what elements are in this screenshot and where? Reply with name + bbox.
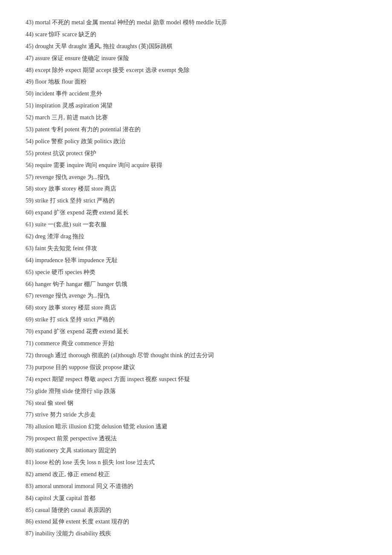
entry-text: scare 惊吓 scarce 缺乏的 [35, 31, 96, 38]
entry-number: 80) [26, 447, 35, 454]
list-item: 69) strike 打 stick 坚持 strict 严格的 [26, 314, 366, 325]
entry-number: 75) [26, 388, 35, 394]
entry-text: casual 随便的 causal 表原因的 [35, 507, 111, 513]
list-item: 52) march 三月, 前进 match 比赛 [26, 112, 366, 123]
entry-text: require 需要 inquire 询问 enquire 询问 acquire… [35, 162, 162, 168]
main-content: 43) mortal 不死的 metal 金属 mental 神经的 medal… [26, 17, 366, 539]
entry-text: hanger 钩子 hangar 棚厂 hunger 饥饿 [35, 281, 127, 287]
entry-number: 86) [26, 518, 35, 525]
list-item: 54) police 警察 policy 政策 politics 政治 [26, 136, 366, 147]
entry-number: 56) [26, 162, 35, 168]
entry-number: 43) [26, 19, 35, 26]
list-item: 83) amoral unmoral immoral 同义 不道德的 [26, 481, 366, 492]
entry-text: floor 地板 flour 面粉 [35, 78, 86, 85]
entry-number: 87) [26, 530, 35, 537]
list-item: 75) glide 滑翔 slide 使滑行 slip 跌落 [26, 386, 366, 397]
entry-text: patent 专利 potent 有力的 potential 潜在的 [35, 126, 141, 133]
list-item: 61) suite 一(套,批) suit 一套衣服 [26, 219, 366, 230]
entry-number: 77) [26, 411, 35, 418]
entry-text: story 故事 storey 楼层 store 商店 [35, 185, 116, 192]
entry-number: 50) [26, 90, 35, 97]
entry-text: strike 打 stick 坚持 strict 严格的 [35, 197, 115, 204]
entry-text: loose 松的 lose 丢失 loss n 损失 lost lose 过去式 [35, 459, 155, 465]
list-item: 71) commerce 商业 commence 开始 [26, 338, 366, 349]
entry-number: 47) [26, 55, 35, 61]
list-item: 47) assure 保证 ensure 使确定 insure 保险 [26, 53, 366, 64]
list-item: 81) loose 松的 lose 丢失 loss n 损失 lost lose… [26, 457, 366, 468]
entry-number: 61) [26, 221, 35, 228]
entry-text: march 三月, 前进 match 比赛 [35, 114, 108, 121]
entry-text: stationery 文具 stationary 固定的 [35, 447, 116, 454]
entry-number: 70) [26, 328, 35, 335]
entry-number: 52) [26, 114, 35, 121]
entry-number: 53) [26, 126, 35, 133]
entry-text: protest 抗议 protect 保护 [35, 150, 96, 156]
entry-number: 74) [26, 376, 35, 382]
list-item: 84) capitol 大厦 capital 首都 [26, 493, 366, 504]
list-item: 56) require 需要 inquire 询问 enquire 询问 acq… [26, 160, 366, 171]
entry-number: 48) [26, 67, 35, 73]
entry-number: 55) [26, 150, 35, 156]
entry-number: 60) [26, 209, 35, 216]
list-item: 73) purpose 目的 suppose 假设 propose 建议 [26, 362, 366, 373]
entry-text: extend 延伸 extent 长度 extant 现存的 [35, 518, 129, 525]
entry-number: 82) [26, 471, 35, 477]
entry-number: 79) [26, 435, 35, 442]
list-item: 59) strike 打 stick 坚持 strict 严格的 [26, 195, 366, 206]
list-item: 86) extend 延伸 extent 长度 extant 现存的 [26, 516, 366, 527]
entry-text: expand 扩张 expend 花费 extend 延长 [35, 209, 129, 216]
entry-text: imprudence 轻率 impudence 无耻 [35, 257, 118, 263]
entry-number: 62) [26, 233, 35, 240]
entry-number: 72) [26, 352, 35, 358]
entry-text: assure 保证 ensure 使确定 insure 保险 [35, 55, 129, 61]
list-item: 77) strive 努力 stride 大步走 [26, 409, 366, 420]
entry-text: specie 硬币 species 种类 [35, 269, 95, 275]
entry-text: amoral unmoral immoral 同义 不道德的 [35, 483, 133, 489]
entry-number: 69) [26, 316, 35, 323]
entry-number: 73) [26, 364, 35, 370]
entry-text: dreg 渣滓 drag 拖拉 [35, 233, 84, 240]
entry-number: 64) [26, 257, 35, 263]
list-item: 62) dreg 渣滓 drag 拖拉 [26, 231, 366, 242]
entry-text: inability 没能力 disability 残疾 [35, 530, 111, 537]
entry-text: steal 偷 steel 钢 [35, 400, 73, 406]
list-item: 67) revenge 报仇 avenge 为...报仇 [26, 290, 366, 301]
entry-number: 57) [26, 174, 35, 180]
entry-text: capitol 大厦 capital 首都 [35, 495, 95, 501]
list-item: 49) floor 地板 flour 面粉 [26, 76, 366, 87]
list-item: 76) steal 偷 steel 钢 [26, 398, 366, 409]
entry-number: 65) [26, 269, 35, 275]
entry-text: story 故事 storey 楼层 store 商店 [35, 304, 116, 311]
entry-number: 59) [26, 197, 35, 204]
list-item: 51) inspiration 灵感 aspiration 渴望 [26, 100, 366, 111]
list-item: 53) patent 专利 potent 有力的 potential 潜在的 [26, 124, 366, 135]
entry-text: commerce 商业 commence 开始 [35, 340, 114, 347]
entry-text: prospect 前景 perspective 透视法 [35, 435, 117, 442]
entry-number: 54) [26, 138, 35, 145]
entry-text: mortal 不死的 metal 金属 mental 神经的 medal 勋章 … [35, 19, 227, 26]
entry-text: inspiration 灵感 aspiration 渴望 [35, 102, 112, 109]
entry-number: 49) [26, 78, 35, 85]
list-item: 80) stationery 文具 stationary 固定的 [26, 445, 366, 456]
entry-text: amend 改正, 修正 emend 校正 [35, 471, 110, 477]
list-item: 82) amend 改正, 修正 emend 校正 [26, 469, 366, 480]
entry-text: revenge 报仇 avenge 为...报仇 [35, 174, 110, 180]
list-item: 45) drought 天旱 draught 通风, 拖拉 draughts (… [26, 41, 366, 52]
entry-text: through 通过 thorough 彻底的 (al)though 尽管 th… [35, 352, 214, 358]
entry-text: expect 期望 respect 尊敬 aspect 方面 inspect 视… [35, 376, 190, 382]
list-item: 85) casual 随便的 causal 表原因的 [26, 505, 366, 516]
list-item: 68) story 故事 storey 楼层 store 商店 [26, 302, 366, 313]
list-item: 50) incident 事件 accident 意外 [26, 88, 366, 99]
entry-text: revenge 报仇 avenge 为...报仇 [35, 292, 110, 299]
list-item: 63) faint 失去知觉 feint 佯攻 [26, 243, 366, 254]
list-item: 79) prospect 前景 perspective 透视法 [26, 433, 366, 444]
list-item: 65) specie 硬币 species 种类 [26, 267, 366, 278]
list-item: 74) expect 期望 respect 尊敬 aspect 方面 inspe… [26, 374, 366, 385]
entry-text: glide 滑翔 slide 使滑行 slip 跌落 [35, 388, 116, 394]
entry-text: suite 一(套,批) suit 一套衣服 [35, 221, 107, 228]
entry-number: 83) [26, 483, 35, 489]
list-item: 48) except 除外 expect 期望 accept 接受 excerp… [26, 65, 366, 76]
entry-number: 44) [26, 31, 35, 38]
list-item: 70) expand 扩张 expend 花费 extend 延长 [26, 326, 366, 337]
entry-number: 68) [26, 304, 35, 311]
